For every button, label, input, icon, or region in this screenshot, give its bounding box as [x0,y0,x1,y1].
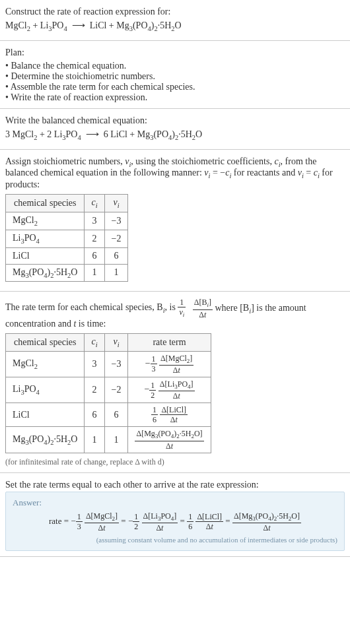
table-header: ci [85,333,104,351]
species-cell: Mg3(PO4)2·5H2O [6,427,85,453]
table-row: Li3PO42−2−12 Δ[Li3PO4]Δt [6,377,211,402]
rate-term-cell: −12 Δ[Li3PO4]Δt [128,377,211,402]
nu-cell: −3 [104,351,128,377]
rate-terms-note: (for infinitesimal rate of change, repla… [5,457,345,467]
stoich-table: chemical speciesciνi MgCl23−3Li3PO42−2Li… [5,194,128,282]
table-header: ci [85,195,104,212]
nu-cell: −3 [104,212,128,230]
rate-terms-table: chemical speciesciνirate term MgCl23−3−1… [5,333,211,453]
rate-expression: rate = −13 Δ[MgCl2]Δt = −12 Δ[Li3PO4]Δt … [13,512,337,532]
rate-term-cell: 16 Δ[LiCl]Δt [128,403,211,427]
answer-box: Answer: rate = −13 Δ[MgCl2]Δt = −12 Δ[Li… [5,492,345,551]
balanced-equation: 3 MgCl2 + 2 Li3PO4 ⟶ 6 LiCl + Mg3(PO4)2·… [5,129,345,141]
species-cell: Mg3(PO4)2·5H2O [6,264,85,282]
rate-terms-section: The rate term for each chemical species,… [0,292,350,472]
nu-cell: 1 [104,264,128,282]
header-section: Construct the rate of reaction expressio… [0,0,350,41]
table-row: Li3PO42−2 [6,230,128,247]
table-header: νi [104,195,128,212]
plan-item: Balance the chemical equation. [5,61,345,71]
plan-section: Plan: Balance the chemical equation.Dete… [0,41,350,109]
nu-cell: 6 [104,403,128,427]
c-cell: 1 [85,264,104,282]
intro-mid: , is [165,303,178,313]
intro-frac-1: 1 νi [178,298,186,318]
species-cell: LiCl [6,247,85,264]
species-cell: Li3PO4 [6,230,85,247]
plan-item: Determine the stoichiometric numbers. [5,71,345,82]
table-row: MgCl23−3 [6,212,128,230]
frac-num: 1 [178,298,186,307]
table-row: LiCl66 [6,247,128,264]
rate-prefix: rate = [49,516,71,526]
nu-cell: −2 [104,377,128,402]
answer-label: Answer: [13,498,337,508]
species-cell: Li3PO4 [6,377,85,402]
balanced-section: Write the balanced chemical equation: 3 … [0,109,350,150]
frac-den: Δt [193,310,213,319]
species-cell: MgCl2 [6,351,85,377]
c-cell: 3 [85,212,104,230]
c-cell: 2 [85,377,104,402]
table-row: MgCl23−3−13 Δ[MgCl2]Δt [6,351,211,377]
species-cell: MgCl2 [6,212,85,230]
plan-title: Plan: [5,48,345,58]
table-header: chemical species [6,333,85,351]
stoich-intro: Assign stoichiometric numbers, νi, using… [5,156,345,191]
final-section: Set the rate terms equal to each other t… [0,473,350,557]
c-cell: 1 [85,427,104,453]
intro-frac-2: Δ[Bi] Δt [193,298,213,318]
answer-note: (assuming constant volume and no accumul… [13,536,337,544]
table-header: chemical species [6,195,85,212]
stoich-section: Assign stoichiometric numbers, νi, using… [0,150,350,292]
species-cell: LiCl [6,403,85,427]
table-row: Mg3(PO4)2·5H2O11 [6,264,128,282]
plan-item: Write the rate of reaction expression. [5,92,345,103]
table-header: νi [104,333,128,351]
balanced-title: Write the balanced chemical equation: [5,115,345,126]
plan-list: Balance the chemical equation.Determine … [5,61,345,103]
nu-cell: −2 [104,230,128,247]
rate-terms-intro: The rate term for each chemical species,… [5,298,345,329]
frac-den: νi [178,307,186,318]
plan-item: Assemble the rate term for each chemical… [5,82,345,92]
header-title: Construct the rate of reaction expressio… [5,7,345,17]
final-title: Set the rate terms equal to each other t… [5,480,345,490]
c-cell: 6 [85,403,104,427]
rate-term-cell: Δ[Mg3(PO4)2·5H2O]Δt [128,427,211,453]
table-row: LiCl6616 Δ[LiCl]Δt [6,403,211,427]
nu-cell: 1 [104,427,128,453]
unbalanced-equation: MgCl2 + Li3PO4 ⟶ LiCl + Mg3(PO4)2·5H2O [5,20,345,32]
c-cell: 2 [85,230,104,247]
frac-num: Δ[Bi] [193,298,213,309]
table-header: rate term [128,333,211,351]
rate-term-cell: −13 Δ[MgCl2]Δt [128,351,211,377]
intro-prefix: The rate term for each chemical species,… [5,303,163,313]
c-cell: 3 [85,351,104,377]
table-row: Mg3(PO4)2·5H2O11Δ[Mg3(PO4)2·5H2O]Δt [6,427,211,453]
c-cell: 6 [85,247,104,264]
nu-cell: 6 [104,247,128,264]
